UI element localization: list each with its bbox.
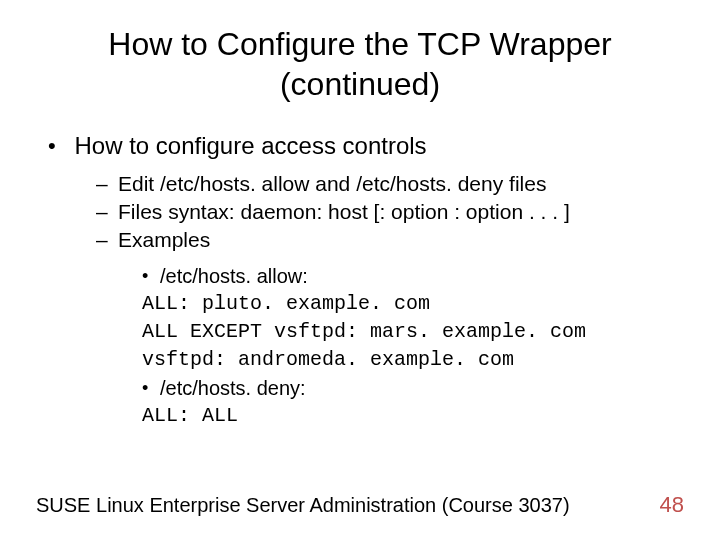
sub-bullet-text: Edit /etc/hosts. allow and /etc/hosts. d… <box>118 170 546 198</box>
list-item: How to configure access controls Edit /e… <box>48 132 684 430</box>
sub-bullet-text: Files syntax: daemon: host [: option : o… <box>118 198 570 226</box>
example-text: /etc/hosts. deny: <box>160 377 306 399</box>
list-item: /etc/hosts. deny: <box>142 374 684 402</box>
example-text: /etc/hosts. allow: <box>160 265 308 287</box>
example-code: ALL: pluto. example. com <box>142 292 430 315</box>
bullet-list-level1: How to configure access controls Edit /e… <box>48 132 684 430</box>
slide-footer: SUSE Linux Enterprise Server Administrat… <box>36 492 684 518</box>
bullet-list-level2: Edit /etc/hosts. allow and /etc/hosts. d… <box>96 170 684 430</box>
list-item: ALL: ALL <box>142 402 684 430</box>
page-number: 48 <box>660 492 684 518</box>
bullet-text: How to configure access controls <box>74 132 426 160</box>
example-code: vsftpd: andromeda. example. com <box>142 348 514 371</box>
list-item: vsftpd: andromeda. example. com <box>142 346 684 374</box>
example-code: ALL EXCEPT vsftpd: mars. example. com <box>142 320 586 343</box>
list-item: ALL EXCEPT vsftpd: mars. example. com <box>142 318 684 346</box>
sub-bullet-text: Examples <box>118 226 210 254</box>
list-item: ALL: pluto. example. com <box>142 290 684 318</box>
list-item: Files syntax: daemon: host [: option : o… <box>96 198 684 226</box>
list-item: Examples /etc/hosts. allow: ALL: pluto. … <box>96 226 684 430</box>
bullet-list-level3: /etc/hosts. allow: ALL: pluto. example. … <box>142 262 684 430</box>
footer-text: SUSE Linux Enterprise Server Administrat… <box>36 494 570 517</box>
slide-title: How to Configure the TCP Wrapper (contin… <box>60 24 660 104</box>
list-item: /etc/hosts. allow: <box>142 262 684 290</box>
example-code: ALL: ALL <box>142 404 238 427</box>
list-item: Edit /etc/hosts. allow and /etc/hosts. d… <box>96 170 684 198</box>
